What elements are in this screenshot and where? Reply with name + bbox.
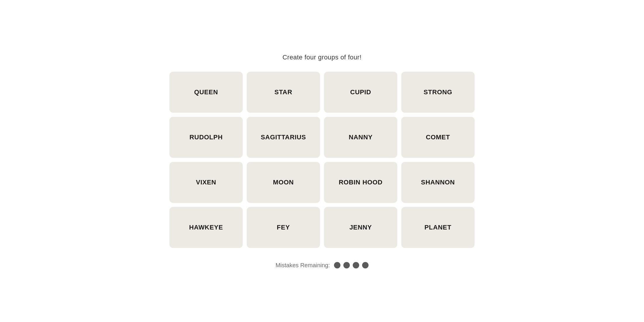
tile-robin-hood[interactable]: ROBIN HOOD (324, 162, 397, 203)
mistake-dot-2 (343, 262, 350, 268)
word-grid: QUEENSTARCUPIDSTRONGRUDOLPHSAGITTARIUSNA… (169, 72, 475, 248)
tile-jenny[interactable]: JENNY (324, 207, 397, 248)
tile-cupid[interactable]: CUPID (324, 72, 397, 113)
mistakes-dots (334, 262, 369, 268)
tile-hawkeye[interactable]: HAWKEYE (169, 207, 243, 248)
tile-label-queen: QUEEN (194, 88, 218, 96)
game-subtitle: Create four groups of four! (282, 54, 362, 61)
tile-rudolph[interactable]: RUDOLPH (169, 117, 243, 158)
tile-fey[interactable]: FEY (247, 207, 320, 248)
tile-sagittarius[interactable]: SAGITTARIUS (247, 117, 320, 158)
mistakes-row: Mistakes Remaining: (275, 262, 369, 269)
tile-label-rudolph: RUDOLPH (189, 133, 222, 141)
tile-planet[interactable]: PLANET (401, 207, 475, 248)
tile-comet[interactable]: COMET (401, 117, 475, 158)
tile-nanny[interactable]: NANNY (324, 117, 397, 158)
tile-label-strong: STRONG (424, 88, 452, 96)
tile-label-star: STAR (275, 88, 292, 96)
tile-star[interactable]: STAR (247, 72, 320, 113)
tile-label-shannon: SHANNON (421, 179, 455, 186)
mistake-dot-4 (362, 262, 369, 268)
tile-shannon[interactable]: SHANNON (401, 162, 475, 203)
mistake-dot-1 (334, 262, 340, 268)
tile-strong[interactable]: STRONG (401, 72, 475, 113)
tile-label-nanny: NANNY (349, 133, 373, 141)
tile-label-robin-hood: ROBIN HOOD (339, 179, 383, 186)
tile-label-moon: MOON (273, 179, 294, 186)
tile-moon[interactable]: MOON (247, 162, 320, 203)
tile-label-planet: PLANET (424, 224, 451, 231)
tile-label-fey: FEY (277, 224, 290, 231)
mistake-dot-3 (353, 262, 359, 268)
tile-queen[interactable]: QUEEN (169, 72, 243, 113)
tile-label-vixen: VIXEN (196, 179, 216, 186)
tile-label-sagittarius: SAGITTARIUS (261, 133, 306, 141)
tile-label-cupid: CUPID (350, 88, 371, 96)
mistakes-label: Mistakes Remaining: (275, 262, 330, 269)
tile-label-comet: COMET (426, 133, 450, 141)
tile-label-jenny: JENNY (350, 224, 372, 231)
tile-vixen[interactable]: VIXEN (169, 162, 243, 203)
tile-label-hawkeye: HAWKEYE (189, 224, 223, 231)
